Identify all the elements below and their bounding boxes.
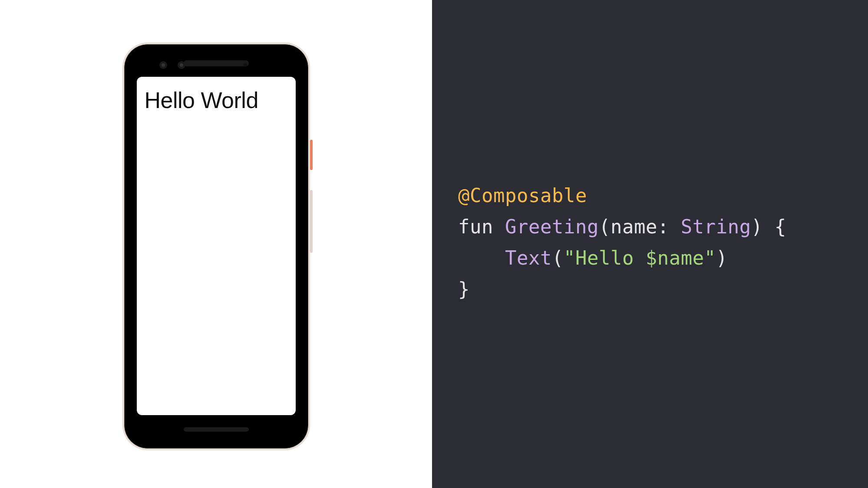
code-block: @Composable fun Greeting(name: String) {…	[458, 180, 868, 305]
code-punct: (	[599, 216, 611, 238]
code-string: "Hello $name"	[564, 247, 716, 269]
code-punct: (	[552, 247, 564, 269]
code-call-name: Text	[505, 247, 552, 269]
code-function-name: Greeting	[505, 216, 599, 238]
power-button-icon	[310, 140, 313, 170]
volume-button-icon	[310, 190, 313, 253]
preview-text: Hello World	[137, 77, 296, 113]
sensor-icon	[244, 63, 247, 67]
code-punct: :	[657, 216, 681, 238]
code-annotation: @Composable	[458, 184, 587, 206]
speaker-icon	[184, 427, 249, 432]
code-indent	[458, 247, 505, 269]
code-punct: )	[716, 247, 728, 269]
phone-screen: Hello World	[137, 77, 296, 415]
phone-mockup: Hello World	[122, 43, 310, 450]
phone-frame: Hello World	[124, 44, 308, 449]
earpiece-icon	[184, 60, 249, 66]
camera-icon	[178, 61, 185, 69]
code-type: String	[681, 216, 751, 238]
camera-icon	[159, 61, 167, 69]
code-punct: ) {	[751, 216, 786, 238]
preview-panel: Hello World	[0, 0, 432, 488]
code-keyword: fun	[458, 216, 493, 238]
code-panel: @Composable fun Greeting(name: String) {…	[432, 0, 868, 488]
phone-bezel: Hello World	[129, 49, 304, 444]
code-param-name: name	[611, 216, 657, 238]
code-close-brace: }	[458, 278, 470, 300]
